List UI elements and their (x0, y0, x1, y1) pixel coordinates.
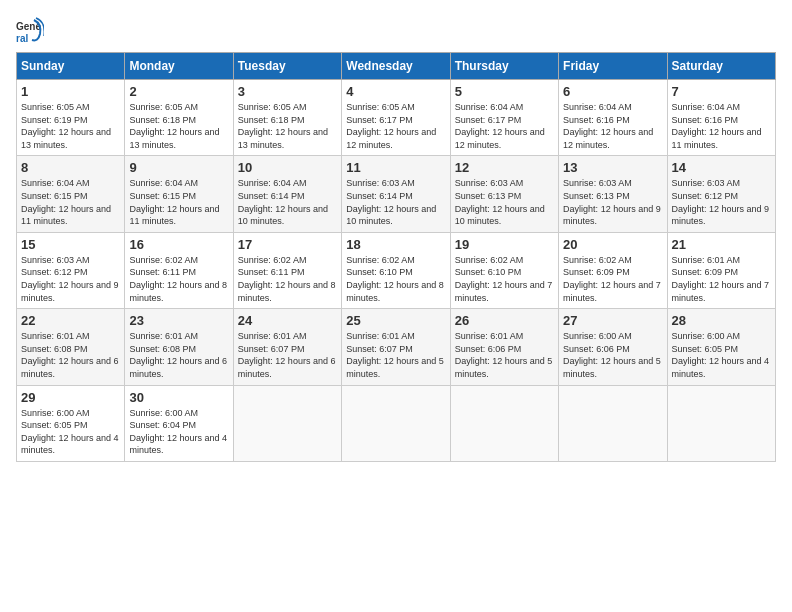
calendar-cell: 21 Sunrise: 6:01 AM Sunset: 6:09 PM Dayl… (667, 232, 775, 308)
day-info: Sunrise: 6:00 AM Sunset: 6:05 PM Dayligh… (672, 330, 771, 380)
calendar-cell: 26 Sunrise: 6:01 AM Sunset: 6:06 PM Dayl… (450, 309, 558, 385)
day-info: Sunrise: 6:02 AM Sunset: 6:10 PM Dayligh… (455, 254, 554, 304)
day-number: 2 (129, 84, 228, 99)
day-number: 26 (455, 313, 554, 328)
day-number: 15 (21, 237, 120, 252)
day-info: Sunrise: 6:01 AM Sunset: 6:09 PM Dayligh… (672, 254, 771, 304)
day-info: Sunrise: 6:05 AM Sunset: 6:18 PM Dayligh… (238, 101, 337, 151)
day-number: 8 (21, 160, 120, 175)
calendar-cell: 15 Sunrise: 6:03 AM Sunset: 6:12 PM Dayl… (17, 232, 125, 308)
calendar-cell: 1 Sunrise: 6:05 AM Sunset: 6:19 PM Dayli… (17, 80, 125, 156)
day-number: 12 (455, 160, 554, 175)
page-header: Gene ral (16, 16, 776, 44)
column-header-saturday: Saturday (667, 53, 775, 80)
column-header-friday: Friday (559, 53, 667, 80)
calendar-cell: 16 Sunrise: 6:02 AM Sunset: 6:11 PM Dayl… (125, 232, 233, 308)
calendar-cell: 19 Sunrise: 6:02 AM Sunset: 6:10 PM Dayl… (450, 232, 558, 308)
day-number: 1 (21, 84, 120, 99)
day-info: Sunrise: 6:05 AM Sunset: 6:17 PM Dayligh… (346, 101, 445, 151)
calendar-cell: 20 Sunrise: 6:02 AM Sunset: 6:09 PM Dayl… (559, 232, 667, 308)
day-number: 29 (21, 390, 120, 405)
day-info: Sunrise: 6:03 AM Sunset: 6:12 PM Dayligh… (21, 254, 120, 304)
day-number: 27 (563, 313, 662, 328)
calendar-cell: 25 Sunrise: 6:01 AM Sunset: 6:07 PM Dayl… (342, 309, 450, 385)
day-info: Sunrise: 6:01 AM Sunset: 6:07 PM Dayligh… (346, 330, 445, 380)
calendar-cell (342, 385, 450, 461)
day-number: 20 (563, 237, 662, 252)
calendar-week-4: 22 Sunrise: 6:01 AM Sunset: 6:08 PM Dayl… (17, 309, 776, 385)
day-info: Sunrise: 6:01 AM Sunset: 6:06 PM Dayligh… (455, 330, 554, 380)
day-number: 9 (129, 160, 228, 175)
day-info: Sunrise: 6:01 AM Sunset: 6:07 PM Dayligh… (238, 330, 337, 380)
calendar-cell: 27 Sunrise: 6:00 AM Sunset: 6:06 PM Dayl… (559, 309, 667, 385)
day-info: Sunrise: 6:03 AM Sunset: 6:13 PM Dayligh… (455, 177, 554, 227)
svg-text:ral: ral (16, 33, 28, 44)
day-info: Sunrise: 6:04 AM Sunset: 6:16 PM Dayligh… (563, 101, 662, 151)
calendar-header-row: SundayMondayTuesdayWednesdayThursdayFrid… (17, 53, 776, 80)
calendar-cell: 5 Sunrise: 6:04 AM Sunset: 6:17 PM Dayli… (450, 80, 558, 156)
calendar-cell: 9 Sunrise: 6:04 AM Sunset: 6:15 PM Dayli… (125, 156, 233, 232)
calendar-cell: 23 Sunrise: 6:01 AM Sunset: 6:08 PM Dayl… (125, 309, 233, 385)
column-header-sunday: Sunday (17, 53, 125, 80)
day-info: Sunrise: 6:04 AM Sunset: 6:16 PM Dayligh… (672, 101, 771, 151)
day-number: 7 (672, 84, 771, 99)
calendar-cell: 10 Sunrise: 6:04 AM Sunset: 6:14 PM Dayl… (233, 156, 341, 232)
day-info: Sunrise: 6:02 AM Sunset: 6:11 PM Dayligh… (129, 254, 228, 304)
calendar-cell: 4 Sunrise: 6:05 AM Sunset: 6:17 PM Dayli… (342, 80, 450, 156)
day-info: Sunrise: 6:03 AM Sunset: 6:13 PM Dayligh… (563, 177, 662, 227)
calendar-cell (559, 385, 667, 461)
day-number: 17 (238, 237, 337, 252)
calendar-week-3: 15 Sunrise: 6:03 AM Sunset: 6:12 PM Dayl… (17, 232, 776, 308)
day-number: 21 (672, 237, 771, 252)
day-info: Sunrise: 6:01 AM Sunset: 6:08 PM Dayligh… (21, 330, 120, 380)
calendar-week-5: 29 Sunrise: 6:00 AM Sunset: 6:05 PM Dayl… (17, 385, 776, 461)
calendar-cell: 6 Sunrise: 6:04 AM Sunset: 6:16 PM Dayli… (559, 80, 667, 156)
day-info: Sunrise: 6:04 AM Sunset: 6:15 PM Dayligh… (129, 177, 228, 227)
calendar-cell (450, 385, 558, 461)
day-info: Sunrise: 6:05 AM Sunset: 6:19 PM Dayligh… (21, 101, 120, 151)
calendar-cell: 3 Sunrise: 6:05 AM Sunset: 6:18 PM Dayli… (233, 80, 341, 156)
calendar-cell: 12 Sunrise: 6:03 AM Sunset: 6:13 PM Dayl… (450, 156, 558, 232)
day-number: 10 (238, 160, 337, 175)
column-header-monday: Monday (125, 53, 233, 80)
day-number: 19 (455, 237, 554, 252)
day-number: 25 (346, 313, 445, 328)
calendar-cell: 18 Sunrise: 6:02 AM Sunset: 6:10 PM Dayl… (342, 232, 450, 308)
day-info: Sunrise: 6:01 AM Sunset: 6:08 PM Dayligh… (129, 330, 228, 380)
column-header-thursday: Thursday (450, 53, 558, 80)
day-info: Sunrise: 6:00 AM Sunset: 6:05 PM Dayligh… (21, 407, 120, 457)
calendar-cell: 24 Sunrise: 6:01 AM Sunset: 6:07 PM Dayl… (233, 309, 341, 385)
calendar-table: SundayMondayTuesdayWednesdayThursdayFrid… (16, 52, 776, 462)
column-header-wednesday: Wednesday (342, 53, 450, 80)
day-number: 3 (238, 84, 337, 99)
day-number: 14 (672, 160, 771, 175)
day-info: Sunrise: 6:03 AM Sunset: 6:12 PM Dayligh… (672, 177, 771, 227)
calendar-cell: 17 Sunrise: 6:02 AM Sunset: 6:11 PM Dayl… (233, 232, 341, 308)
day-info: Sunrise: 6:03 AM Sunset: 6:14 PM Dayligh… (346, 177, 445, 227)
calendar-cell: 29 Sunrise: 6:00 AM Sunset: 6:05 PM Dayl… (17, 385, 125, 461)
day-info: Sunrise: 6:04 AM Sunset: 6:14 PM Dayligh… (238, 177, 337, 227)
calendar-cell: 13 Sunrise: 6:03 AM Sunset: 6:13 PM Dayl… (559, 156, 667, 232)
day-number: 18 (346, 237, 445, 252)
calendar-cell: 22 Sunrise: 6:01 AM Sunset: 6:08 PM Dayl… (17, 309, 125, 385)
day-number: 5 (455, 84, 554, 99)
day-number: 28 (672, 313, 771, 328)
day-number: 22 (21, 313, 120, 328)
day-number: 11 (346, 160, 445, 175)
calendar-cell: 2 Sunrise: 6:05 AM Sunset: 6:18 PM Dayli… (125, 80, 233, 156)
day-number: 23 (129, 313, 228, 328)
day-info: Sunrise: 6:02 AM Sunset: 6:10 PM Dayligh… (346, 254, 445, 304)
day-info: Sunrise: 6:00 AM Sunset: 6:04 PM Dayligh… (129, 407, 228, 457)
calendar-cell: 7 Sunrise: 6:04 AM Sunset: 6:16 PM Dayli… (667, 80, 775, 156)
day-info: Sunrise: 6:00 AM Sunset: 6:06 PM Dayligh… (563, 330, 662, 380)
day-number: 6 (563, 84, 662, 99)
day-number: 13 (563, 160, 662, 175)
day-info: Sunrise: 6:02 AM Sunset: 6:09 PM Dayligh… (563, 254, 662, 304)
day-info: Sunrise: 6:04 AM Sunset: 6:15 PM Dayligh… (21, 177, 120, 227)
calendar-cell: 28 Sunrise: 6:00 AM Sunset: 6:05 PM Dayl… (667, 309, 775, 385)
day-number: 16 (129, 237, 228, 252)
logo-icon: Gene ral (16, 16, 44, 44)
day-info: Sunrise: 6:04 AM Sunset: 6:17 PM Dayligh… (455, 101, 554, 151)
calendar-week-1: 1 Sunrise: 6:05 AM Sunset: 6:19 PM Dayli… (17, 80, 776, 156)
calendar-cell (667, 385, 775, 461)
